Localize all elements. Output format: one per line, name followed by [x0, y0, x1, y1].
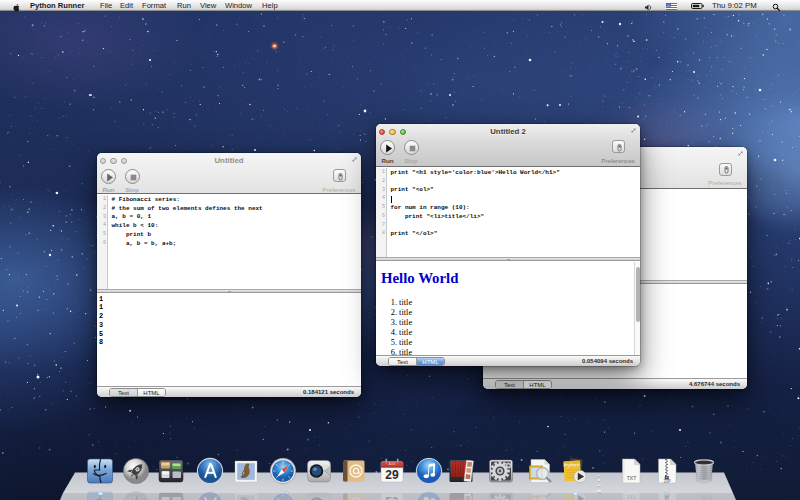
svg-text:AUG: AUG: [389, 462, 396, 466]
svg-text:29: 29: [385, 493, 399, 500]
svg-text:ZIP: ZIP: [663, 491, 670, 496]
svg-text:29: 29: [385, 468, 399, 482]
svg-text:TXT: TXT: [627, 475, 636, 481]
svg-text:ZIP: ZIP: [663, 479, 670, 484]
svg-text:Python: Python: [564, 462, 580, 468]
svg-text:TXT: TXT: [627, 494, 636, 500]
